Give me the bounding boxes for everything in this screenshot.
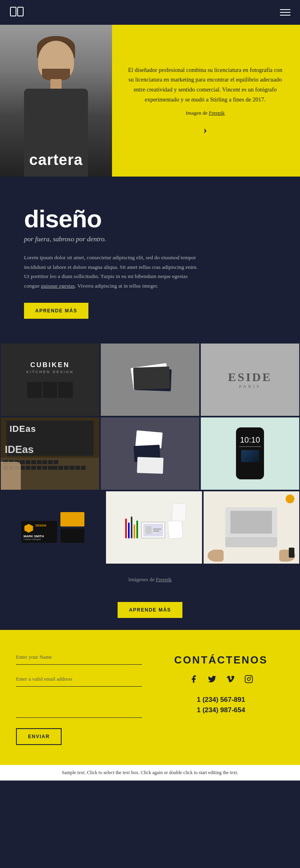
contact-info: CONTÁCTENOS	[158, 650, 284, 717]
phone-numbers: 1 (234) 567-891 1 (234) 987-654	[197, 696, 245, 717]
footer-note-text: Sample text. Click to select the text bo…	[8, 770, 292, 776]
laptop-screen-tv	[230, 511, 272, 533]
office-monitor	[141, 522, 165, 538]
cubiken-brand-sub: KITCHEN DESIGN	[26, 370, 74, 374]
bc-3	[137, 457, 163, 474]
phone-time: 10:10	[240, 435, 260, 445]
cubiken-windows	[27, 382, 73, 398]
bc-stack	[134, 431, 166, 475]
email-input[interactable]	[16, 672, 142, 687]
message-textarea[interactable]	[16, 694, 142, 718]
paper-1	[168, 520, 184, 539]
twitter-icon[interactable]	[206, 673, 218, 685]
laptop-bottom	[225, 537, 277, 547]
cubiken-brand: CUBIKEN	[30, 361, 70, 369]
phone-separator	[239, 446, 261, 447]
portfolio-item-ideas[interactable]: IDEas IDEas	[0, 417, 100, 491]
name-input[interactable]	[16, 650, 142, 665]
screen-content: IDEas	[6, 421, 94, 437]
phone-small	[289, 548, 294, 558]
contact-form: ENVIAR	[16, 650, 142, 745]
hamburger-menu-icon[interactable]	[280, 9, 290, 16]
portfolio-item-cubiken[interactable]: CUBIKEN KITCHEN DESIGN	[0, 343, 100, 417]
design-title: diseño	[24, 205, 276, 233]
eside-brand: ESIDE	[228, 370, 272, 384]
portfolio-grid: CUBIKEN KITCHEN DESIGN John A. Powell Ph…	[0, 343, 300, 568]
quisque-link[interactable]: quisque egestas	[41, 283, 74, 289]
papers	[168, 520, 182, 538]
eside-sub: PARIS	[228, 384, 272, 389]
facebook-icon[interactable]	[188, 673, 199, 685]
portfolio-bottom: Imágenes de Freepik APRENDE MÁS	[0, 568, 300, 630]
monitor-screen	[143, 524, 163, 536]
phone-wallpaper	[241, 450, 259, 462]
paper-2	[172, 503, 186, 522]
bc-dark	[60, 528, 84, 543]
design-learn-more-button[interactable]: APRENDE MÁS	[24, 303, 88, 319]
phone-mockup: 10:10	[236, 427, 264, 479]
contact-section: ENVIAR CONTÁCTENOS	[0, 630, 300, 765]
ideas-screen-text: IDEas	[10, 424, 90, 434]
design-body-text: Lorem ipsum dolor sit amet, consectetur …	[24, 253, 200, 291]
laptop-top-view	[225, 507, 277, 547]
logo-icon[interactable]	[10, 6, 24, 18]
bc-mini-stack	[60, 512, 84, 543]
portfolio-row-3: DESIGN MARK SMITH Creative Designer	[0, 491, 300, 564]
portfolio-image-credit: Imágenes de Freepik	[0, 576, 300, 583]
hero-image-credit: Imagen de Freepik	[126, 110, 284, 116]
phone-2: 1 (234) 987-654	[197, 706, 245, 714]
freepik-link[interactable]: Freepik	[209, 110, 225, 116]
portfolio-item-cards[interactable]: John A. Powell Photographer	[100, 343, 200, 417]
design-label: DESIGN	[36, 524, 46, 527]
office-contents	[125, 516, 182, 538]
desk-scene	[204, 491, 299, 564]
bc-title: Creative Designer	[24, 538, 41, 540]
svg-rect-1	[18, 7, 23, 16]
portfolio-item-office[interactable]	[105, 491, 202, 564]
submit-button[interactable]: ENVIAR	[16, 728, 62, 745]
hand	[1, 462, 21, 490]
instagram-icon[interactable]	[243, 673, 254, 685]
card-stack: John A. Powell Photographer	[128, 365, 172, 393]
design-subtitle: por fuera, sabroso por dentro.	[24, 235, 276, 243]
portfolio-row-1: CUBIKEN KITCHEN DESIGN John A. Powell Ph…	[0, 343, 300, 417]
card-3	[133, 366, 170, 389]
ideas-label: IDEas	[5, 443, 34, 456]
contact-title: CONTÁCTENOS	[174, 654, 268, 666]
hero-image-wrap: cartera	[0, 25, 112, 177]
svg-rect-2	[245, 675, 252, 682]
portfolio-item-laptop-desk[interactable]	[203, 491, 300, 564]
pen-cup	[125, 516, 138, 538]
bc-name: MARK SMITH	[24, 534, 44, 538]
coffee-cup	[286, 495, 294, 503]
laptop-top	[225, 507, 277, 537]
bizcard-group: DESIGN MARK SMITH Creative Designer	[21, 512, 84, 543]
portfolio-item-eside[interactable]: ESIDE PARIS	[200, 343, 300, 417]
hex-icon	[24, 524, 33, 533]
monitor-content	[146, 526, 161, 534]
eside-text-wrap: ESIDE PARIS	[228, 370, 272, 389]
keyboard-row-3	[48, 466, 86, 470]
portfolio-item-biz-cards-2[interactable]	[100, 417, 200, 491]
vimeo-icon[interactable]	[225, 673, 236, 685]
svg-point-4	[250, 677, 251, 677]
hero-description-block: El diseñador profesional combina su lice…	[112, 25, 300, 177]
portfolio-learn-more-button[interactable]: APRENDE MÁS	[118, 602, 182, 618]
portfolio-row-2: IDEas IDEas 10:10	[0, 417, 300, 491]
portfolio-freepik-link[interactable]: Freepik	[156, 576, 172, 582]
social-icons-group	[188, 673, 254, 685]
hero-section: cartera El diseñador profesional combina…	[0, 25, 300, 177]
phone-1: 1 (234) 567-891	[197, 696, 245, 704]
hero-label: cartera	[0, 151, 112, 169]
bc-main: DESIGN MARK SMITH Creative Designer	[21, 521, 57, 543]
design-section: diseño por fuera, sabroso por dentro. Lo…	[0, 177, 300, 343]
hero-description-text: El diseñador profesional combina su lice…	[126, 65, 284, 105]
header	[0, 0, 300, 25]
hand-left	[208, 550, 224, 562]
hero-arrow[interactable]: ›	[126, 123, 284, 136]
portfolio-item-design-card[interactable]: DESIGN MARK SMITH Creative Designer	[0, 491, 105, 564]
svg-rect-0	[10, 7, 16, 16]
portfolio-item-phone[interactable]: 10:10	[200, 417, 300, 491]
footer-note: Sample text. Click to select the text bo…	[0, 765, 300, 781]
svg-point-3	[247, 677, 250, 680]
